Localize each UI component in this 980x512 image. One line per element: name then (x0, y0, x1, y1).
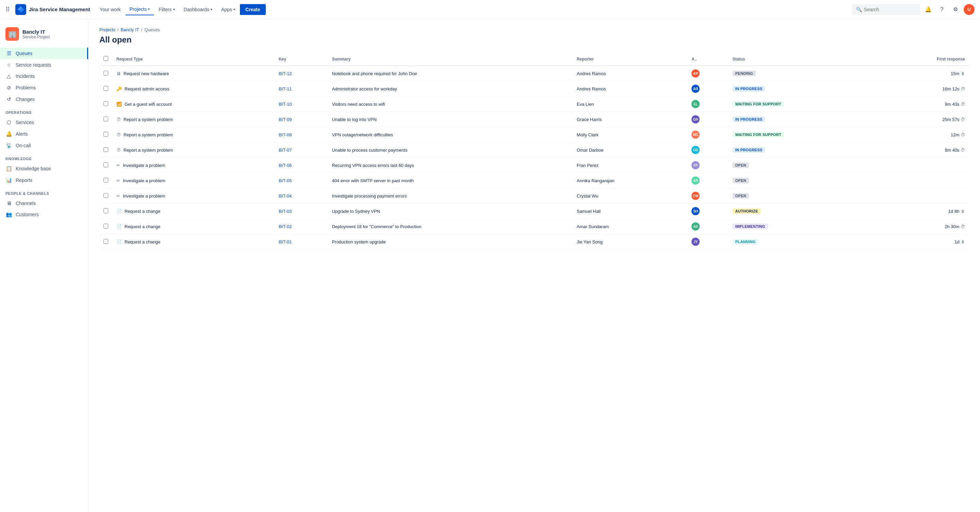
reporter-cell: Fran Perez (573, 158, 688, 173)
key-cell[interactable]: BIT-12 (275, 66, 328, 81)
breadcrumb-bancly-it[interactable]: Bancly IT (121, 27, 139, 32)
key-cell[interactable]: BIT-10 (275, 97, 328, 112)
key-cell[interactable]: BIT-06 (275, 158, 328, 173)
key-cell[interactable]: BIT-03 (275, 204, 328, 219)
sidebar-item-services[interactable]: ⬡ Services (0, 117, 88, 128)
row-checkbox[interactable] (103, 163, 108, 167)
table-row[interactable]: ✂ Investigate a problem BIT-05 404 error… (99, 173, 969, 189)
pause-icon: ⏸ (961, 239, 965, 244)
notifications-button[interactable]: 🔔 (923, 4, 934, 15)
issue-key-link[interactable]: BIT-11 (279, 86, 292, 92)
row-checkbox[interactable] (103, 71, 108, 76)
issue-key-link[interactable]: BIT-12 (279, 71, 292, 76)
row-checkbox[interactable] (103, 193, 108, 198)
status-cell: IMPLEMENTING (729, 219, 878, 234)
app-logo[interactable]: Jira Service Management (15, 4, 90, 15)
table-row[interactable]: 🔑 Request admin access BIT-11 Administra… (99, 81, 969, 97)
first-response-cell: 1d ⏸ (878, 234, 969, 250)
table-header: Request Type Key Summary Reporter A.. St… (99, 53, 969, 66)
settings-button[interactable]: ⚙ (950, 4, 961, 15)
sidebar-item-on-call[interactable]: 📡 On-call (0, 140, 88, 151)
select-all-checkbox[interactable] (103, 56, 108, 61)
nav-apps[interactable]: Apps ▾ (217, 4, 239, 15)
row-checkbox[interactable] (103, 208, 108, 213)
nav-dashboards[interactable]: Dashboards ▾ (180, 4, 217, 15)
issue-key-link[interactable]: BIT-02 (279, 224, 292, 229)
row-checkbox-cell (99, 173, 112, 189)
table-row[interactable]: ✂ Investigate a problem BIT-04 Investiga… (99, 189, 969, 204)
col-status: Status (729, 53, 878, 66)
row-checkbox[interactable] (103, 132, 108, 137)
row-checkbox[interactable] (103, 86, 108, 91)
request-type-icon: 📶 (116, 101, 122, 107)
table-row[interactable]: 📶 Get a guest wifi account BIT-10 Visito… (99, 97, 969, 112)
breadcrumb-sep-2: / (141, 27, 143, 32)
row-checkbox[interactable] (103, 117, 108, 121)
sidebar-item-service-requests[interactable]: ○ Service requests (0, 59, 88, 70)
key-cell[interactable]: BIT-07 (275, 143, 328, 158)
assignee-avatar: JY (692, 238, 700, 246)
key-cell[interactable]: BIT-11 (275, 81, 328, 97)
nav-your-work[interactable]: Your work (95, 4, 125, 15)
customers-icon: 👥 (5, 211, 12, 217)
key-cell[interactable]: BIT-05 (275, 173, 328, 189)
row-checkbox[interactable] (103, 239, 108, 244)
help-button[interactable]: ? (937, 4, 947, 15)
topnav-right: 🔍 🔔 ? ⚙ U (852, 4, 975, 15)
assignee-cell: AR (687, 173, 728, 189)
table-row[interactable]: 📄 Request a change BIT-01 Production sys… (99, 234, 969, 250)
issue-key-link[interactable]: BIT-01 (279, 239, 292, 244)
key-cell[interactable]: BIT-08 (275, 127, 328, 143)
issue-key-link[interactable]: BIT-10 (279, 101, 292, 107)
issue-key-link[interactable]: BIT-08 (279, 132, 292, 137)
row-checkbox[interactable] (103, 178, 108, 182)
assignee-avatar: GH (692, 115, 700, 124)
request-type-cell: ✂ Investigate a problem (112, 189, 275, 204)
key-cell[interactable]: BIT-01 (275, 234, 328, 250)
row-checkbox[interactable] (103, 224, 108, 228)
table-row[interactable]: ⏱ Report a system problem BIT-07 Unable … (99, 143, 969, 158)
nav-filters[interactable]: Filters ▾ (154, 4, 179, 15)
request-type-label: Request a change (124, 239, 161, 244)
sidebar-item-reports[interactable]: 📊 Reports (0, 174, 88, 186)
table-row[interactable]: 📄 Request a change BIT-03 Upgrade to Syd… (99, 204, 969, 219)
row-checkbox[interactable] (103, 101, 108, 106)
issue-key-link[interactable]: BIT-05 (279, 178, 292, 183)
key-cell[interactable]: BIT-02 (275, 219, 328, 234)
issue-key-link[interactable]: BIT-06 (279, 163, 292, 168)
first-response-cell: 8m 40s ⏱ (878, 143, 969, 158)
search-input[interactable] (864, 7, 916, 12)
sidebar-item-channels[interactable]: 🖥 Channels (0, 198, 88, 209)
assignee-cell: CW (687, 189, 728, 204)
table-row[interactable]: ⏱ Report a system problem BIT-09 Unable … (99, 112, 969, 127)
assignee-avatar: OD (692, 146, 700, 154)
table-row[interactable]: 📄 Request a change BIT-02 Deployment 18 … (99, 219, 969, 234)
issue-key-link[interactable]: BIT-07 (279, 147, 292, 153)
issue-key-link[interactable]: BIT-09 (279, 117, 292, 122)
sidebar-item-knowledge-base[interactable]: 📋 Knowledge base (0, 163, 88, 174)
sidebar-item-customers[interactable]: 👥 Customers (0, 209, 88, 220)
request-type-cell: ✂ Investigate a problem (112, 173, 275, 189)
grid-icon[interactable]: ⠿ (5, 6, 10, 13)
table-row[interactable]: ⏱ Report a system problem BIT-08 VPN out… (99, 127, 969, 143)
sidebar-item-changes[interactable]: ↺ Changes (0, 94, 88, 105)
row-checkbox[interactable] (103, 147, 108, 152)
sidebar-item-problems[interactable]: ⊘ Problems (0, 82, 88, 94)
table-row[interactable]: ✂ Investigate a problem BIT-06 Recurring… (99, 158, 969, 173)
alerts-icon: 🔔 (5, 131, 12, 137)
breadcrumb-projects[interactable]: Projects (99, 27, 115, 32)
key-cell[interactable]: BIT-04 (275, 189, 328, 204)
sidebar-item-alerts[interactable]: 🔔 Alerts (0, 128, 88, 140)
table-row[interactable]: 🖥 Request new hardware BIT-12 Notebook a… (99, 66, 969, 81)
issue-key-link[interactable]: BIT-03 (279, 209, 292, 214)
user-avatar[interactable]: U (964, 4, 975, 15)
sidebar-item-incidents[interactable]: △ Incidents (0, 70, 88, 82)
nav-projects[interactable]: Projects ▾ (126, 4, 154, 15)
search-box[interactable]: 🔍 (852, 4, 920, 15)
projects-chevron-icon: ▾ (148, 7, 150, 11)
status-cell: IN PROGRESS (729, 112, 878, 127)
sidebar-item-queues[interactable]: ☰ Queues (0, 48, 88, 59)
issue-key-link[interactable]: BIT-04 (279, 193, 292, 198)
create-button[interactable]: Create (240, 4, 266, 15)
key-cell[interactable]: BIT-09 (275, 112, 328, 127)
